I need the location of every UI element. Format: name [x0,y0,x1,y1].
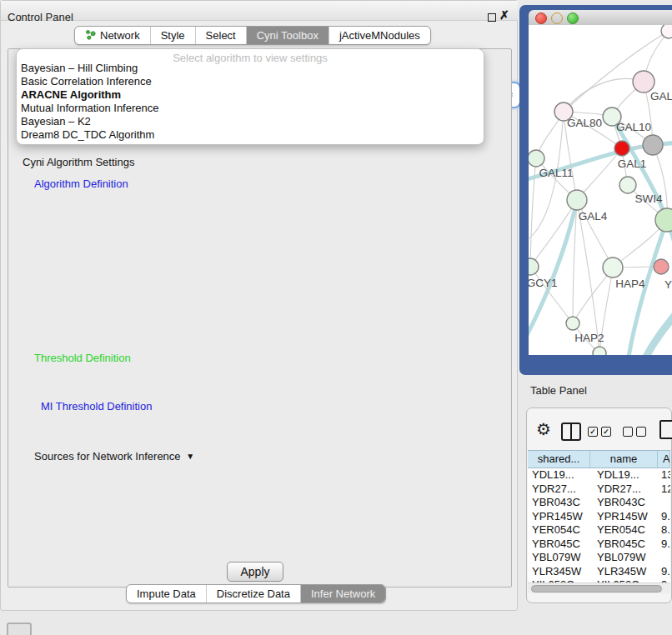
node-gal11[interactable] [529,150,544,167]
new-table-icon[interactable] [659,420,672,439]
table-horizontal-scrollbar[interactable] [528,582,670,593]
tab-style-label: Style [161,29,185,42]
column-header-name[interactable]: name [590,451,658,468]
tab-jactivemnodules-label: jActiveMNodules [339,29,420,42]
tab-discretize-data[interactable]: Discretize Data [207,585,301,602]
cell-shared-name: YLR345W [528,565,589,579]
minimize-button[interactable] [551,12,563,24]
sources-group-title[interactable]: Sources for Network Inference ▼ [31,450,195,462]
screen: Control Panel ✗ Network Style [0,0,672,635]
node[interactable] [661,25,672,38]
cyni-algorithm-settings-title: Cyni Algorithm Settings [19,156,138,168]
tab-impute-data-label: Impute Data [137,588,196,600]
node-label: GAL10 [616,121,651,133]
node-label: GAL4 [579,210,608,222]
control-panel-titlebar[interactable]: Control Panel ✗ [1,1,518,21]
deselect-all-checkbox-icon[interactable] [636,427,646,437]
sources-title-label: Sources for Network Inference [34,450,181,462]
tab-infer-network-label: Infer Network [311,588,375,600]
dropdown-item-dream8-dc-tdc-algorithm[interactable]: Dream8 DC_TDC Algorithm [21,128,154,141]
cell-name: YBL079W [589,551,656,565]
edge[interactable] [564,78,644,112]
network-icon [85,29,96,42]
node[interactable] [619,177,636,193]
mi-threshold-group-title: MI Threshold Definition [38,400,155,412]
tab-impute-data[interactable]: Impute Data [127,585,207,602]
node-label: Y [664,278,672,291]
table-row[interactable]: YER054C YER054C 8. [528,523,670,538]
close-button[interactable] [535,12,547,24]
table-horizontal-scrollbar-thumb[interactable] [531,585,662,592]
control-panel-window: Control Panel ✗ Network Style [0,0,518,611]
select-all-checkbox-icon[interactable]: ✓ [588,427,598,437]
cell-name: YDR27... [589,482,656,497]
tab-select-label: Select [206,29,236,42]
table-row[interactable]: YBR045C YBR045C 9. [528,538,670,552]
tab-select[interactable]: Select [196,27,247,44]
cell-shared-name: YBR045C [528,538,589,552]
table-row[interactable]: YDR27... YDR27... 12 [528,482,670,497]
cell-name: YPR145W [589,510,656,524]
node-label: GAL11 [539,167,573,179]
gear-icon[interactable]: ⚙ [536,419,551,439]
cell-name: YBR045C [589,538,656,552]
deselect-all-checkbox-icon[interactable] [623,427,633,437]
dropdown-item-bayesian-hill-climbing[interactable]: Bayesian – Hill Climbing [21,62,138,74]
network-canvas[interactable]: GAL2 GAL80 GAL10 GAL1 GAL11 GAL4 SWI4 GC… [529,25,672,355]
dropdown-item-bayesian-k2[interactable]: Bayesian – K2 [21,115,91,128]
close-panel-icon[interactable]: ✗ [499,8,509,22]
node-label: GAL80 [567,117,602,129]
cell-shared-name: YBR043C [528,496,589,510]
cell-value: 8. [656,523,670,538]
dropdown-item-aracne-algorithm[interactable]: ARACNE Algorithm [21,88,121,101]
minimized-panel-button[interactable] [7,622,32,635]
dropdown-item-basic-correlation-inference[interactable]: Basic Correlation Inference [21,75,152,88]
node-gcy1[interactable] [529,258,539,275]
cell-value [656,496,670,510]
threshold-definition-title: Threshold Definition [31,352,134,364]
node-label: SWI4 [634,192,662,205]
zoom-button[interactable] [567,12,579,24]
node-label: GAL2 [650,90,672,102]
network-window-titlebar[interactable] [529,10,672,26]
table-row[interactable]: YLR345W YLR345W 9. [528,565,670,579]
cell-value: 13 [656,468,670,482]
node[interactable] [593,347,606,355]
cell-value: 9. [656,565,670,579]
apply-button-label: Apply [240,565,269,578]
node-hap4[interactable] [603,258,623,278]
node-gal1[interactable] [614,141,629,156]
algorithm-dropdown-list: Select algorithm to view settings Bayesi… [16,48,484,145]
node-gal4[interactable] [567,190,587,210]
cell-shared-name: YDR27... [528,482,589,497]
table-header-row: shared... name A [528,451,670,468]
float-window-icon[interactable] [488,13,496,22]
tab-style[interactable]: Style [151,27,196,44]
node-hap2[interactable] [566,317,579,330]
edge[interactable] [530,158,536,267]
edge[interactable] [645,312,672,355]
node-label: HAP2 [574,332,604,344]
select-all-checkbox-icon[interactable]: ✓ [601,427,611,437]
cell-name: YER054C [589,523,656,538]
network-graph: GAL2 GAL80 GAL10 GAL1 GAL11 GAL4 SWI4 GC… [529,25,672,355]
apply-button[interactable]: Apply [227,562,283,582]
cell-name: YBR043C [589,496,656,510]
tab-jactivemnodules[interactable]: jActiveMNodules [329,27,430,44]
table-row[interactable]: YPR145W YPR145W 9. [528,510,670,524]
table-row[interactable]: YBL079W YBL079W [528,551,670,565]
table-row[interactable]: YDL19... YDL19... 13 [528,468,670,482]
column-header-shared-name[interactable]: shared... [528,451,590,468]
dropdown-item-mutual-information-inference[interactable]: Mutual Information Inference [21,102,158,114]
table-panel-title: Table Panel [530,384,587,397]
tab-infer-network[interactable]: Infer Network [301,585,385,602]
column-header-clipped[interactable]: A [658,451,670,468]
cell-shared-name: YER054C [528,523,589,538]
tab-cyni-toolbox[interactable]: Cyni Toolbox [247,27,329,44]
table-row[interactable]: YBR043C YBR043C [528,496,670,510]
node[interactable] [643,135,663,155]
split-columns-icon[interactable] [561,422,581,441]
tab-network[interactable]: Network [75,27,151,44]
tab-network-label: Network [100,29,140,42]
node-y[interactable] [654,259,669,274]
